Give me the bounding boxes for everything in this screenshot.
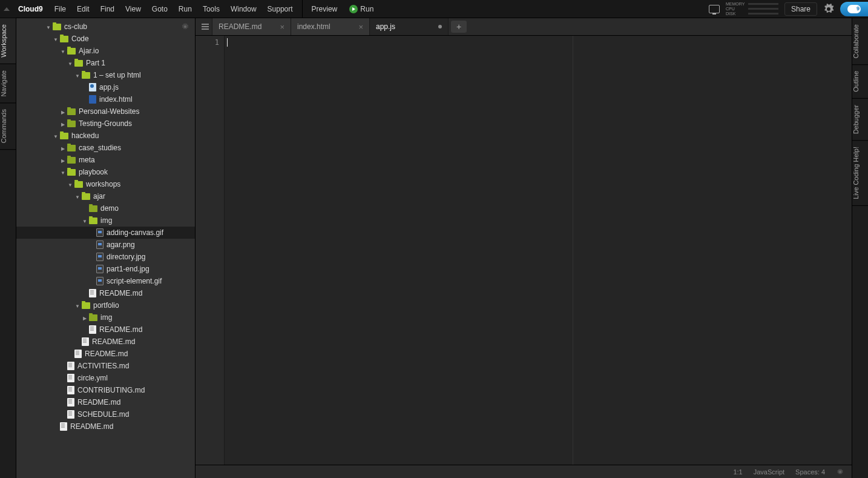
menu-file[interactable]: File bbox=[49, 0, 71, 18]
menu-edit[interactable]: Edit bbox=[71, 0, 95, 18]
chevron-down-icon[interactable] bbox=[67, 181, 73, 188]
chevron-right-icon[interactable] bbox=[60, 121, 66, 127]
file-schedule-md[interactable]: SCHEDULE.md bbox=[16, 408, 195, 420]
layout-icon[interactable] bbox=[709, 5, 720, 13]
chevron-down-icon[interactable] bbox=[60, 48, 66, 55]
rail-navigate[interactable]: Navigate bbox=[0, 64, 16, 103]
chevron-right-icon[interactable] bbox=[60, 145, 66, 151]
indent-setting[interactable]: Spaces: 4 bbox=[795, 468, 825, 476]
tree-label: agar.png bbox=[107, 241, 135, 249]
chevron-down-icon[interactable] bbox=[67, 60, 73, 67]
file-part1-end-jpg[interactable]: part1-end.jpg bbox=[16, 263, 195, 275]
close-icon[interactable]: × bbox=[358, 22, 363, 32]
chevron-down-icon[interactable] bbox=[74, 302, 81, 309]
editor-body[interactable]: 1 bbox=[196, 36, 852, 465]
run-button[interactable]: Run bbox=[344, 0, 379, 18]
file-index-html[interactable]: index.html bbox=[16, 93, 195, 105]
menu-window[interactable]: Window bbox=[225, 0, 262, 18]
folder-workshops[interactable]: workshops bbox=[16, 178, 195, 190]
folder-img[interactable]: img bbox=[16, 214, 195, 227]
chevron-right-icon[interactable] bbox=[82, 314, 88, 321]
folder-icon bbox=[82, 72, 90, 79]
tree-settings-icon[interactable] bbox=[180, 22, 190, 32]
folder-cs-club[interactable]: cs-club bbox=[16, 21, 195, 33]
file-readme-md[interactable]: README.md bbox=[16, 420, 195, 433]
chevron-down-icon[interactable] bbox=[60, 169, 66, 176]
dirty-indicator-icon[interactable] bbox=[438, 25, 442, 28]
tab-list-icon[interactable] bbox=[198, 18, 212, 35]
chevron-down-icon[interactable] bbox=[53, 36, 59, 42]
folder-playbook[interactable]: playbook bbox=[16, 166, 195, 178]
tree-label: Code bbox=[71, 35, 89, 43]
chevron-down-icon[interactable] bbox=[74, 193, 81, 200]
file-directory-jpg[interactable]: directory.jpg bbox=[16, 251, 195, 263]
folder-demo[interactable]: demo bbox=[16, 202, 195, 214]
folder-personal-websites[interactable]: Personal-Websites bbox=[16, 105, 195, 118]
tree-label: img bbox=[100, 313, 112, 322]
rail-workspace[interactable]: Workspace bbox=[0, 18, 16, 64]
menu-tools[interactable]: Tools bbox=[197, 0, 225, 18]
file-script-element-gif[interactable]: script-element.gif bbox=[16, 275, 195, 287]
chevron-right-icon[interactable] bbox=[60, 108, 66, 115]
file-contributing-md[interactable]: CONTRIBUTING.md bbox=[16, 384, 195, 396]
file-activities-md[interactable]: ACTIVITIES.md bbox=[16, 360, 195, 372]
folder-portfolio[interactable]: portfolio bbox=[16, 299, 195, 311]
folder-testing-grounds[interactable]: Testing-Grounds bbox=[16, 118, 195, 130]
chevron-down-icon[interactable] bbox=[82, 217, 88, 224]
file-readme-md[interactable]: README.md bbox=[16, 396, 195, 408]
brand[interactable]: Cloud9 bbox=[12, 5, 49, 13]
file-readme-md[interactable]: README.md bbox=[16, 287, 195, 299]
close-icon[interactable]: × bbox=[280, 22, 284, 32]
rail-commands[interactable]: Commands bbox=[0, 103, 16, 150]
folder-icon bbox=[67, 121, 76, 127]
gear-icon[interactable] bbox=[823, 4, 834, 15]
rail-collaborate[interactable]: Collaborate bbox=[852, 18, 868, 65]
cloud9-logo[interactable] bbox=[840, 2, 868, 16]
menu-find[interactable]: Find bbox=[95, 0, 120, 18]
file-readme-md[interactable]: README.md bbox=[16, 336, 195, 348]
menu-goto[interactable]: Goto bbox=[146, 0, 173, 18]
menu-support[interactable]: Support bbox=[262, 0, 298, 18]
code-area[interactable] bbox=[225, 36, 852, 465]
folder-case-studies[interactable]: case_studies bbox=[16, 142, 195, 154]
file-circle-yml[interactable]: circle.yml bbox=[16, 372, 195, 384]
folder-part-1[interactable]: Part 1 bbox=[16, 57, 195, 69]
tab-index-html[interactable]: index.html× bbox=[291, 18, 370, 35]
cursor-position[interactable]: 1:1 bbox=[733, 468, 742, 476]
tree-label: case_studies bbox=[79, 144, 121, 152]
folder-img[interactable]: img bbox=[16, 311, 195, 324]
file-agar-png[interactable]: agar.png bbox=[16, 239, 195, 251]
folder-ajar-io[interactable]: Ajar.io bbox=[16, 45, 195, 57]
rail-live-coding-help-[interactable]: Live Coding Help! bbox=[852, 141, 868, 206]
folder-meta[interactable]: meta bbox=[16, 154, 195, 166]
menu-view[interactable]: View bbox=[120, 0, 146, 18]
rail-outline[interactable]: Outline bbox=[852, 65, 868, 99]
folder-1-set-up-html[interactable]: 1 – set up html bbox=[16, 69, 195, 81]
chevron-down-icon[interactable] bbox=[74, 72, 81, 79]
folder-icon bbox=[67, 157, 76, 164]
new-tab-button[interactable]: + bbox=[451, 21, 467, 33]
status-gear-icon[interactable] bbox=[836, 468, 844, 476]
file-readme-md[interactable]: README.md bbox=[16, 348, 195, 360]
tab-readme-md[interactable]: README.md× bbox=[212, 18, 291, 35]
chevron-right-icon[interactable] bbox=[60, 157, 66, 164]
menu-run[interactable]: Run bbox=[173, 0, 197, 18]
folder-icon bbox=[67, 145, 76, 151]
tree-label: adding-canvas.gif bbox=[107, 228, 163, 237]
chevron-down-icon[interactable] bbox=[45, 24, 51, 30]
file-adding-canvas-gif[interactable]: adding-canvas.gif bbox=[16, 227, 195, 239]
tab-app-js[interactable]: app.js bbox=[370, 18, 449, 35]
file-app-js[interactable]: app.js bbox=[16, 81, 195, 93]
tree-label: portfolio bbox=[93, 301, 119, 310]
language-mode[interactable]: JavaScript bbox=[754, 468, 784, 476]
file-readme-md[interactable]: README.md bbox=[16, 324, 195, 336]
menubar-handle[interactable] bbox=[4, 7, 12, 11]
file-icon bbox=[82, 337, 89, 346]
chevron-down-icon[interactable] bbox=[53, 133, 59, 139]
share-button[interactable]: Share bbox=[784, 2, 817, 16]
rail-debugger[interactable]: Debugger bbox=[852, 99, 868, 141]
folder-code[interactable]: Code bbox=[16, 33, 195, 45]
preview-button[interactable]: Preview bbox=[306, 0, 343, 18]
folder-hackedu[interactable]: hackedu bbox=[16, 130, 195, 142]
folder-ajar[interactable]: ajar bbox=[16, 190, 195, 202]
